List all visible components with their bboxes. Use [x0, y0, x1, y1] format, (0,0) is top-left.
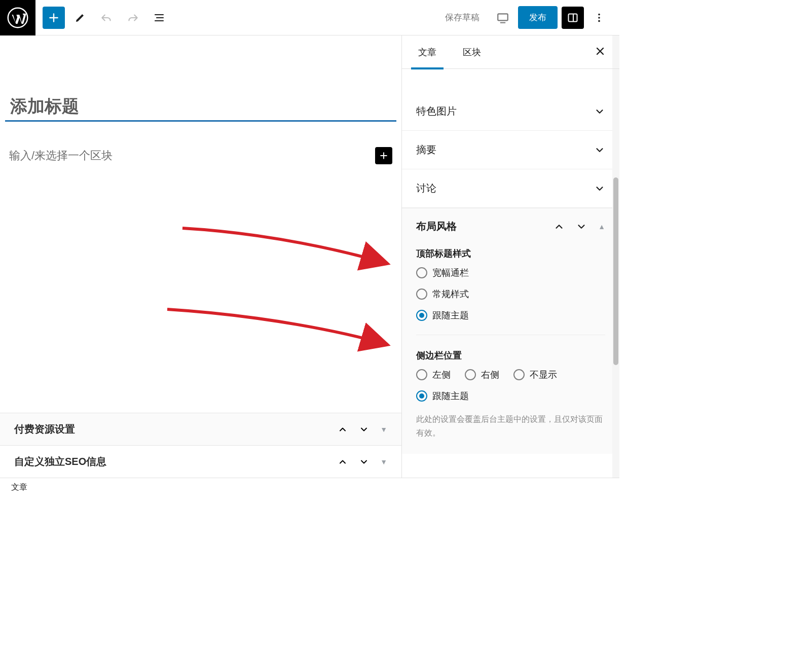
- plus-icon: [47, 11, 60, 24]
- chevron-up-icon[interactable]: [553, 221, 565, 232]
- layout-controls: ▲: [553, 221, 605, 232]
- block-placeholder-input[interactable]: [9, 149, 375, 162]
- inline-add-block-button[interactable]: [375, 147, 392, 164]
- layout-header[interactable]: 布局风格 ▲: [416, 220, 605, 233]
- metabox-controls: ▼: [338, 457, 387, 467]
- toolbar-left: [35, 7, 177, 29]
- metabox-title: 付费资源设置: [14, 422, 75, 436]
- metabox-controls: ▼: [338, 424, 387, 435]
- annotation-arrow: [162, 304, 395, 355]
- radio-label: 跟随主题: [432, 390, 469, 402]
- toolbar-right: 保存草稿 发布: [437, 6, 619, 29]
- metabox-paid-resource[interactable]: 付费资源设置 ▼: [0, 413, 401, 445]
- metabox-title: 自定义独立SEO信息: [14, 455, 106, 468]
- section-featured-image[interactable]: 特色图片: [402, 92, 619, 131]
- wordpress-icon: [7, 7, 28, 28]
- default-block-row: [0, 147, 401, 164]
- triangle-up-icon[interactable]: ▲: [598, 223, 605, 231]
- document-outline-button[interactable]: [148, 7, 170, 29]
- desktop-icon: [496, 11, 509, 24]
- editor-meta-boxes: 付费资源设置 ▼ 自定义独立SEO信息 ▼: [0, 413, 401, 478]
- outline-icon: [153, 12, 165, 24]
- radio-label: 常规样式: [432, 288, 469, 300]
- section-title: 布局风格: [416, 220, 457, 233]
- redo-icon: [126, 11, 139, 24]
- redo-button[interactable]: [122, 7, 144, 29]
- annotation-arrow: [177, 223, 395, 274]
- section-layout-style: 布局风格 ▲ 顶部标题样式 宽幅通栏 常规样式 跟随主题 侧边栏位置: [402, 208, 619, 454]
- save-draft-button[interactable]: 保存草稿: [437, 7, 488, 28]
- radio-left[interactable]: 左侧: [416, 369, 451, 381]
- pencil-icon: [74, 12, 86, 24]
- field-label: 侧边栏位置: [416, 349, 605, 362]
- undo-button[interactable]: [95, 7, 118, 29]
- svg-point-3: [598, 13, 600, 15]
- section-title: 摘要: [416, 143, 436, 157]
- chevron-down-icon[interactable]: [576, 221, 587, 232]
- plus-icon: [379, 151, 389, 161]
- metabox-seo[interactable]: 自定义独立SEO信息 ▼: [0, 445, 401, 478]
- section-title: 讨论: [416, 182, 436, 195]
- post-title-input[interactable]: [10, 96, 391, 116]
- chevron-down-icon: [594, 183, 605, 194]
- radio-label: 左侧: [432, 369, 451, 381]
- add-block-button[interactable]: [43, 7, 65, 29]
- settings-panel-toggle[interactable]: [562, 7, 584, 29]
- svg-point-5: [598, 20, 600, 22]
- top-toolbar: 保存草稿 发布: [0, 0, 619, 35]
- body-wrap: 付费资源设置 ▼ 自定义独立SEO信息 ▼ 文章: [0, 35, 619, 478]
- section-title: 特色图片: [416, 104, 457, 118]
- radio-group-top-title: 宽幅通栏 常规样式 跟随主题: [416, 267, 605, 321]
- section-excerpt[interactable]: 摘要: [402, 131, 619, 169]
- chevron-down-icon[interactable]: [359, 424, 369, 435]
- preview-button[interactable]: [492, 7, 514, 29]
- chevron-down-icon: [594, 145, 605, 156]
- radio-label: 跟随主题: [432, 309, 469, 321]
- post-title-wrap: [5, 96, 396, 122]
- chevron-down-icon[interactable]: [359, 457, 369, 467]
- radio-group-sidebar-pos: 左侧 右侧 不显示 跟随主题: [416, 369, 605, 402]
- radio-none[interactable]: 不显示: [513, 369, 557, 381]
- radio-label: 不显示: [530, 369, 557, 381]
- chevron-up-icon[interactable]: [338, 424, 348, 435]
- radio-standard[interactable]: 常规样式: [416, 288, 605, 300]
- more-options-button[interactable]: [588, 7, 610, 29]
- undo-icon: [100, 11, 113, 24]
- tab-post[interactable]: 文章: [411, 35, 444, 69]
- scrollbar-thumb[interactable]: [613, 177, 618, 365]
- kebab-icon: [594, 12, 605, 23]
- radio-label: 宽幅通栏: [432, 267, 469, 279]
- section-discussion[interactable]: 讨论: [402, 169, 619, 208]
- breadcrumb-item[interactable]: 文章: [11, 482, 27, 493]
- radio-label: 右侧: [481, 369, 499, 381]
- field-label: 顶部标题样式: [416, 247, 605, 260]
- sidebar-tabs: 文章 区块: [402, 35, 619, 69]
- triangle-down-icon[interactable]: ▼: [380, 458, 387, 466]
- chevron-down-icon: [594, 106, 605, 117]
- close-icon: [594, 45, 606, 57]
- wordpress-logo[interactable]: [0, 0, 35, 35]
- radio-right[interactable]: 右侧: [465, 369, 499, 381]
- chevron-up-icon[interactable]: [338, 457, 348, 467]
- sidebar-panel-icon: [567, 12, 579, 24]
- svg-point-4: [598, 17, 600, 19]
- footer-breadcrumb: 文章: [0, 478, 619, 497]
- publish-button[interactable]: 发布: [518, 6, 558, 29]
- radio-wide[interactable]: 宽幅通栏: [416, 267, 605, 279]
- svg-rect-1: [498, 14, 508, 20]
- radio-follow-theme[interactable]: 跟随主题: [416, 390, 605, 402]
- field-top-title-style: 顶部标题样式 宽幅通栏 常规样式 跟随主题: [416, 247, 605, 321]
- tab-block[interactable]: 区块: [456, 35, 488, 69]
- editor-canvas: 付费资源设置 ▼ 自定义独立SEO信息 ▼: [0, 35, 401, 478]
- sidebar-close-button[interactable]: [590, 41, 610, 63]
- radio-follow-theme[interactable]: 跟随主题: [416, 309, 605, 321]
- scrollbar-track[interactable]: [612, 35, 619, 478]
- field-hint: 此处的设置会覆盖后台主题中的设置，且仅对该页面有效。: [416, 412, 605, 440]
- settings-sidebar: 文章 区块 特色图片 摘要 讨论: [401, 35, 619, 478]
- triangle-down-icon[interactable]: ▼: [380, 425, 387, 434]
- field-sidebar-position: 侧边栏位置 左侧 右侧 不显示 跟随主题 此处的设置会覆盖后台主题中的设置，且仅…: [416, 349, 605, 440]
- edit-mode-button[interactable]: [69, 7, 91, 29]
